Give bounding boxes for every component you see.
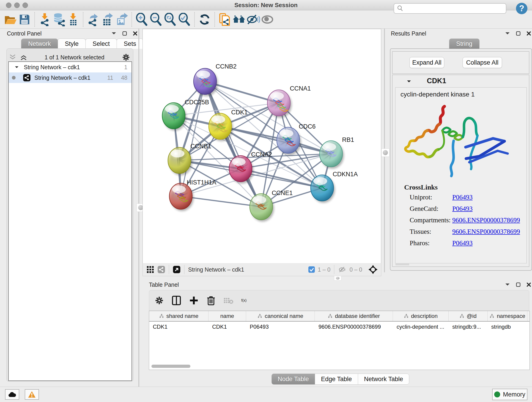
refresh-icon xyxy=(198,13,211,26)
show-graphics-button[interactable] xyxy=(260,12,274,27)
crosslink-label: Compartments: xyxy=(410,216,452,224)
table-cell[interactable]: 9606.ENSP00000378699 xyxy=(315,322,393,332)
tab-network-table[interactable]: Network Table xyxy=(358,374,409,385)
crosslink-link[interactable]: 9606.ENSP00000378699 xyxy=(452,228,520,235)
results-entry-box: CDK1 cyclin-dependent kinase 1 CrossLink… xyxy=(392,75,529,267)
table-cell[interactable]: CDK1 xyxy=(209,322,246,332)
expand-all-button[interactable]: Expand All xyxy=(409,57,444,68)
import-network-button[interactable] xyxy=(38,12,52,27)
network-node-HIST1H1A[interactable]: HIST1H1A xyxy=(169,179,216,211)
network-row-selected[interactable]: String Network – cdk1 11 48 xyxy=(9,72,132,83)
hide-unhide-button[interactable] xyxy=(246,12,260,27)
network-graph[interactable]: CCNB2CCNA1CDC25BCDK1CDC6RB1CCNB1CCNA2CDK… xyxy=(143,29,381,263)
birdseye-grid-icon[interactable] xyxy=(146,266,154,274)
table-hscrollbar[interactable] xyxy=(152,365,190,368)
right-splitter-handle[interactable] xyxy=(381,148,389,157)
close-panel-icon[interactable] xyxy=(526,31,531,36)
column-header-name[interactable]: name xyxy=(209,311,246,321)
export-image-button[interactable] xyxy=(114,12,129,27)
table-cell[interactable]: stringdb xyxy=(488,322,527,332)
network-canvas[interactable]: CCNB2CCNA1CDC25BCDK1CDC6RB1CCNB1CCNA2CDK… xyxy=(143,29,381,264)
collapse-panel-icon[interactable] xyxy=(505,32,510,35)
tab-select[interactable]: Select xyxy=(85,38,117,49)
clone-network-button[interactable] xyxy=(218,12,232,27)
crosslink-link[interactable]: P06493 xyxy=(452,193,473,201)
tab-network[interactable]: Network xyxy=(21,38,58,49)
zoom-out-button[interactable] xyxy=(149,12,163,27)
collapse-panel-icon[interactable] xyxy=(505,283,510,286)
table-cell[interactable]: cyclin-dependent ... xyxy=(393,322,449,332)
network-node-CDC6[interactable]: CDC6 xyxy=(277,123,316,155)
gear-icon[interactable] xyxy=(122,53,130,61)
table-cell[interactable]: CDK1 xyxy=(149,322,209,332)
help-button[interactable]: ? xyxy=(516,3,527,14)
column-header-shared-name[interactable]: shared name xyxy=(149,311,209,321)
collapse-all-icon[interactable] xyxy=(9,54,16,60)
collapse-all-button[interactable]: Collapse All xyxy=(462,57,502,68)
tab-node-table[interactable]: Node Table xyxy=(272,374,315,385)
network-node-CCNA1[interactable]: CCNA1 xyxy=(267,85,311,118)
expand-all-icon[interactable] xyxy=(20,54,27,60)
column-header-database-identifier[interactable]: database identifier xyxy=(315,311,393,321)
warning-status-button[interactable] xyxy=(25,389,39,400)
delete-column-icon[interactable] xyxy=(206,295,215,306)
fit-selected-crosshair-icon[interactable] xyxy=(368,265,378,274)
network-node-CDKN1A[interactable]: CDKN1A xyxy=(311,171,358,203)
close-panel-icon[interactable] xyxy=(526,282,531,287)
zoom-in-button[interactable] xyxy=(135,12,149,27)
memory-button[interactable]: Memory xyxy=(492,389,527,400)
selected-checkbox-icon[interactable] xyxy=(308,266,315,273)
column-header--id[interactable]: @id xyxy=(449,311,488,321)
export-network-button[interactable] xyxy=(86,12,100,27)
column-header-description[interactable]: description xyxy=(393,311,449,321)
network-edge[interactable] xyxy=(205,81,261,207)
node-label: CCNB1 xyxy=(190,143,211,150)
search-icon xyxy=(397,5,404,12)
network-edge[interactable] xyxy=(220,126,331,154)
collapse-panel-icon[interactable] xyxy=(111,32,116,35)
close-panel-icon[interactable] xyxy=(133,31,138,36)
float-panel-icon[interactable] xyxy=(516,31,520,36)
network-node-CCNB2[interactable]: CCNB2 xyxy=(194,63,237,96)
network-node-CDK1[interactable]: CDK1 xyxy=(209,109,248,141)
zoom-selected-button[interactable] xyxy=(177,12,191,27)
export-table-icon xyxy=(101,13,114,26)
export-table-button[interactable] xyxy=(100,12,114,27)
tab-style[interactable]: Style xyxy=(58,38,86,49)
column-header-namespace[interactable]: namespace xyxy=(488,311,527,321)
entry-collapse-icon[interactable] xyxy=(407,80,411,83)
table-row[interactable]: CDK1CDK1P064939606.ENSP00000378699cyclin… xyxy=(149,322,530,332)
table-cell[interactable]: P06493 xyxy=(246,322,315,332)
column-header-canonical-name[interactable]: canonical name xyxy=(246,311,315,321)
crosslink-link[interactable]: P06493 xyxy=(452,205,473,212)
import-table-button[interactable] xyxy=(66,12,80,27)
database-icon xyxy=(52,13,66,26)
tree-expand-icon[interactable] xyxy=(15,66,19,69)
network-collection-row[interactable]: String Network – cdk1 1 xyxy=(9,62,132,72)
results-hscroll[interactable] xyxy=(395,263,409,265)
results-tab-string[interactable]: String xyxy=(449,38,480,49)
open-session-button[interactable] xyxy=(3,12,17,27)
homes-button[interactable] xyxy=(232,12,246,27)
crosslink-link[interactable]: P06493 xyxy=(452,239,473,247)
select-columns-icon[interactable] xyxy=(172,295,181,306)
toolbar-separator xyxy=(194,12,195,27)
cloud-status-button[interactable] xyxy=(5,389,19,400)
open-in-window-icon[interactable] xyxy=(173,266,181,274)
network-badge-gray-icon[interactable] xyxy=(157,266,165,274)
float-panel-icon[interactable] xyxy=(516,282,520,287)
add-column-icon[interactable] xyxy=(189,296,199,305)
tab-edge-table[interactable]: Edge Table xyxy=(315,374,358,385)
table-cell[interactable]: stringdb:9... xyxy=(449,322,488,332)
import-network-from-database-button[interactable] xyxy=(52,12,66,27)
bottom-splitter-handle[interactable] xyxy=(334,276,341,281)
zoom-fit-button[interactable] xyxy=(163,12,177,27)
refresh-button[interactable] xyxy=(197,12,212,27)
float-panel-icon[interactable] xyxy=(122,31,127,36)
column-model-icon xyxy=(328,313,333,319)
crosslink-link[interactable]: 9606.ENSP00000378699 xyxy=(452,216,520,224)
search-field[interactable] xyxy=(394,3,506,14)
save-session-button[interactable] xyxy=(17,12,32,27)
network-node-RB1[interactable]: RB1 xyxy=(320,136,354,169)
table-gear-icon[interactable] xyxy=(155,296,164,305)
